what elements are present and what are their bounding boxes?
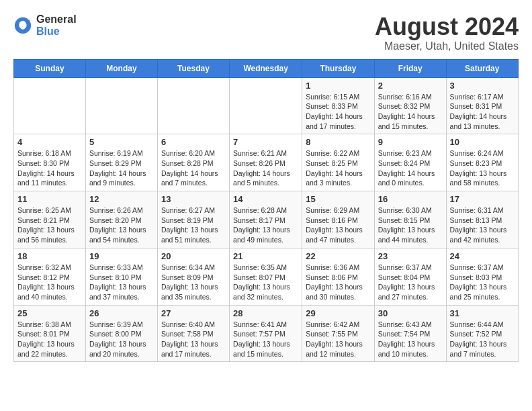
calendar-cell: 9Sunrise: 6:23 AM Sunset: 8:24 PM Daylig… xyxy=(374,134,446,191)
day-info: Sunrise: 6:44 AM Sunset: 7:52 PM Dayligh… xyxy=(450,320,515,359)
day-number: 25 xyxy=(17,308,82,318)
day-of-week-header: Monday xyxy=(85,59,157,77)
day-number: 12 xyxy=(89,194,154,204)
day-number: 2 xyxy=(378,81,443,91)
day-number: 23 xyxy=(378,251,443,261)
day-info: Sunrise: 6:18 AM Sunset: 8:30 PM Dayligh… xyxy=(17,148,82,188)
day-info: Sunrise: 6:38 AM Sunset: 8:01 PM Dayligh… xyxy=(17,320,82,359)
day-number: 4 xyxy=(17,137,82,147)
day-info: Sunrise: 6:41 AM Sunset: 7:57 PM Dayligh… xyxy=(233,320,298,359)
day-info: Sunrise: 6:31 AM Sunset: 8:13 PM Dayligh… xyxy=(450,205,515,245)
day-number: 9 xyxy=(378,137,443,147)
day-of-week-header: Thursday xyxy=(302,59,374,77)
day-info: Sunrise: 6:25 AM Sunset: 8:21 PM Dayligh… xyxy=(17,205,82,245)
location-text: Maeser, Utah, United States xyxy=(375,40,519,52)
calendar-body: 1Sunrise: 6:15 AM Sunset: 8:33 PM Daylig… xyxy=(14,77,519,362)
day-info: Sunrise: 6:29 AM Sunset: 8:16 PM Dayligh… xyxy=(306,205,370,245)
calendar-cell: 28Sunrise: 6:41 AM Sunset: 7:57 PM Dayli… xyxy=(230,305,302,362)
calendar-cell: 29Sunrise: 6:42 AM Sunset: 7:55 PM Dayli… xyxy=(302,305,374,362)
calendar-cell xyxy=(85,77,157,134)
calendar-cell: 22Sunrise: 6:36 AM Sunset: 8:06 PM Dayli… xyxy=(302,248,374,305)
day-info: Sunrise: 6:30 AM Sunset: 8:15 PM Dayligh… xyxy=(378,205,443,245)
calendar-cell: 17Sunrise: 6:31 AM Sunset: 8:13 PM Dayli… xyxy=(446,191,518,248)
calendar-cell: 31Sunrise: 6:44 AM Sunset: 7:52 PM Dayli… xyxy=(446,305,518,362)
calendar-cell: 7Sunrise: 6:21 AM Sunset: 8:26 PM Daylig… xyxy=(230,134,302,191)
day-number: 26 xyxy=(89,308,154,318)
day-number: 29 xyxy=(306,308,370,318)
calendar-table: SundayMondayTuesdayWednesdayThursdayFrid… xyxy=(13,59,519,363)
day-info: Sunrise: 6:40 AM Sunset: 7:58 PM Dayligh… xyxy=(161,320,226,359)
calendar-cell: 18Sunrise: 6:32 AM Sunset: 8:12 PM Dayli… xyxy=(14,248,86,305)
calendar-cell xyxy=(14,77,86,134)
calendar-cell: 11Sunrise: 6:25 AM Sunset: 8:21 PM Dayli… xyxy=(14,191,86,248)
calendar-cell xyxy=(230,77,302,134)
day-info: Sunrise: 6:39 AM Sunset: 8:00 PM Dayligh… xyxy=(89,320,154,359)
logo-blue-text: Blue xyxy=(36,26,77,38)
day-info: Sunrise: 6:19 AM Sunset: 8:29 PM Dayligh… xyxy=(89,148,154,188)
calendar-week-row: 4Sunrise: 6:18 AM Sunset: 8:30 PM Daylig… xyxy=(14,134,519,191)
day-info: Sunrise: 6:34 AM Sunset: 8:09 PM Dayligh… xyxy=(161,263,226,302)
day-number: 5 xyxy=(89,137,154,147)
day-number: 30 xyxy=(378,308,443,318)
day-number: 16 xyxy=(378,194,443,204)
day-info: Sunrise: 6:22 AM Sunset: 8:25 PM Dayligh… xyxy=(306,148,370,188)
calendar-cell: 4Sunrise: 6:18 AM Sunset: 8:30 PM Daylig… xyxy=(14,134,86,191)
day-of-week-header: Tuesday xyxy=(157,59,229,77)
calendar-cell: 13Sunrise: 6:27 AM Sunset: 8:19 PM Dayli… xyxy=(157,191,229,248)
day-of-week-header: Wednesday xyxy=(230,59,302,77)
calendar-cell: 24Sunrise: 6:37 AM Sunset: 8:03 PM Dayli… xyxy=(446,248,518,305)
calendar-cell: 27Sunrise: 6:40 AM Sunset: 7:58 PM Dayli… xyxy=(157,305,229,362)
calendar-cell: 25Sunrise: 6:38 AM Sunset: 8:01 PM Dayli… xyxy=(14,305,86,362)
day-info: Sunrise: 6:27 AM Sunset: 8:19 PM Dayligh… xyxy=(161,205,226,245)
calendar-cell: 12Sunrise: 6:26 AM Sunset: 8:20 PM Dayli… xyxy=(85,191,157,248)
calendar-cell xyxy=(157,77,229,134)
day-number: 19 xyxy=(89,251,154,261)
day-info: Sunrise: 6:21 AM Sunset: 8:26 PM Dayligh… xyxy=(233,148,298,188)
day-number: 21 xyxy=(233,251,298,261)
day-info: Sunrise: 6:33 AM Sunset: 8:10 PM Dayligh… xyxy=(89,263,154,302)
calendar-cell: 15Sunrise: 6:29 AM Sunset: 8:16 PM Dayli… xyxy=(302,191,374,248)
calendar-week-row: 1Sunrise: 6:15 AM Sunset: 8:33 PM Daylig… xyxy=(14,77,519,134)
calendar-cell: 1Sunrise: 6:15 AM Sunset: 8:33 PM Daylig… xyxy=(302,77,374,134)
calendar-cell: 10Sunrise: 6:24 AM Sunset: 8:23 PM Dayli… xyxy=(446,134,518,191)
logo-text: General Blue xyxy=(36,13,77,37)
calendar-header: SundayMondayTuesdayWednesdayThursdayFrid… xyxy=(14,59,519,77)
day-info: Sunrise: 6:15 AM Sunset: 8:33 PM Dayligh… xyxy=(306,92,370,132)
day-number: 20 xyxy=(161,251,226,261)
calendar-cell: 16Sunrise: 6:30 AM Sunset: 8:15 PM Dayli… xyxy=(374,191,446,248)
day-number: 7 xyxy=(233,137,298,147)
logo-icon xyxy=(13,16,32,35)
day-number: 10 xyxy=(450,137,515,147)
day-number: 31 xyxy=(450,308,515,318)
day-info: Sunrise: 6:23 AM Sunset: 8:24 PM Dayligh… xyxy=(378,148,443,188)
logo-general-text: General xyxy=(36,13,77,26)
day-info: Sunrise: 6:17 AM Sunset: 8:31 PM Dayligh… xyxy=(450,92,515,132)
calendar-week-row: 18Sunrise: 6:32 AM Sunset: 8:12 PM Dayli… xyxy=(14,248,519,305)
day-info: Sunrise: 6:37 AM Sunset: 8:03 PM Dayligh… xyxy=(450,263,515,302)
header-row: SundayMondayTuesdayWednesdayThursdayFrid… xyxy=(14,59,519,77)
page-header: General Blue August 2024 Maeser, Utah, U… xyxy=(13,13,519,52)
day-info: Sunrise: 6:24 AM Sunset: 8:23 PM Dayligh… xyxy=(450,148,515,188)
day-number: 15 xyxy=(306,194,370,204)
day-number: 13 xyxy=(161,194,226,204)
day-info: Sunrise: 6:26 AM Sunset: 8:20 PM Dayligh… xyxy=(89,205,154,245)
calendar-cell: 26Sunrise: 6:39 AM Sunset: 8:00 PM Dayli… xyxy=(85,305,157,362)
day-number: 18 xyxy=(17,251,82,261)
day-info: Sunrise: 6:36 AM Sunset: 8:06 PM Dayligh… xyxy=(306,263,370,302)
day-number: 6 xyxy=(161,137,226,147)
day-number: 27 xyxy=(161,308,226,318)
calendar-cell: 23Sunrise: 6:37 AM Sunset: 8:04 PM Dayli… xyxy=(374,248,446,305)
calendar-cell: 2Sunrise: 6:16 AM Sunset: 8:32 PM Daylig… xyxy=(374,77,446,134)
day-number: 11 xyxy=(17,194,82,204)
calendar-cell: 21Sunrise: 6:35 AM Sunset: 8:07 PM Dayli… xyxy=(230,248,302,305)
day-number: 3 xyxy=(450,81,515,91)
day-info: Sunrise: 6:35 AM Sunset: 8:07 PM Dayligh… xyxy=(233,263,298,302)
calendar-cell: 8Sunrise: 6:22 AM Sunset: 8:25 PM Daylig… xyxy=(302,134,374,191)
day-info: Sunrise: 6:43 AM Sunset: 7:54 PM Dayligh… xyxy=(378,320,443,359)
calendar-cell: 6Sunrise: 6:20 AM Sunset: 8:28 PM Daylig… xyxy=(157,134,229,191)
day-number: 17 xyxy=(450,194,515,204)
day-info: Sunrise: 6:28 AM Sunset: 8:17 PM Dayligh… xyxy=(233,205,298,245)
day-of-week-header: Friday xyxy=(374,59,446,77)
calendar-cell: 20Sunrise: 6:34 AM Sunset: 8:09 PM Dayli… xyxy=(157,248,229,305)
day-number: 1 xyxy=(306,81,370,91)
